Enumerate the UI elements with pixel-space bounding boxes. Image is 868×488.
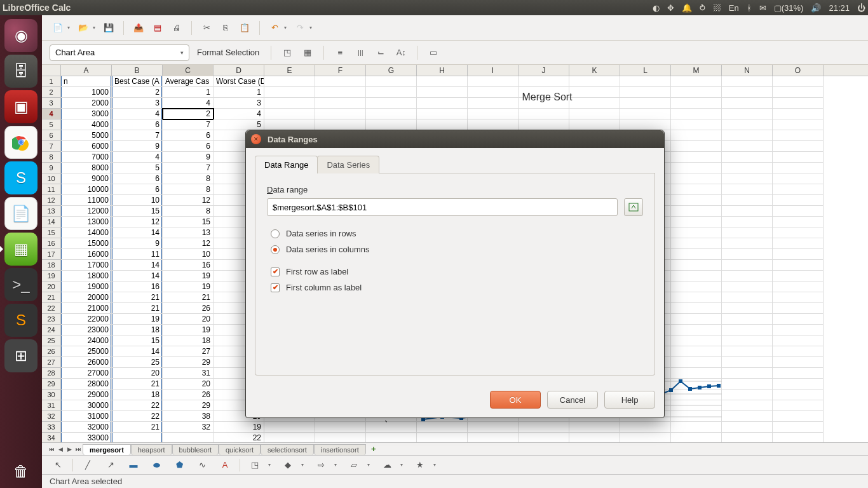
ok-button[interactable]: OK (490, 391, 541, 409)
radio-columns[interactable]: Data series in columns (271, 245, 643, 254)
help-button[interactable]: Help (604, 391, 655, 409)
svg-rect-36 (629, 203, 638, 211)
radio-rows-label: Data series in rows (286, 229, 356, 238)
tab-data-series[interactable]: Data Series (317, 156, 379, 173)
radio-cols-label: Data series in columns (286, 245, 370, 254)
radio-rows[interactable]: Data series in rows (271, 229, 643, 238)
check-first-column[interactable]: ✔ First column as label (271, 283, 643, 292)
check-first-row[interactable]: ✔ First row as label (271, 267, 643, 276)
checkbox-icon: ✔ (271, 268, 280, 276)
shrink-range-button[interactable] (624, 198, 643, 216)
check-first-col-label: First column as label (286, 283, 362, 292)
radio-icon (271, 245, 280, 254)
dialog-tabs: Data Range Data Series (255, 156, 655, 173)
data-range-input[interactable] (267, 198, 618, 216)
cancel-button[interactable]: Cancel (547, 391, 598, 409)
radio-icon (271, 229, 280, 238)
dialog-titlebar[interactable]: ✕ Data Ranges (246, 130, 664, 148)
data-ranges-dialog: ✕ Data Ranges Data Range Data Series Dat… (245, 130, 665, 418)
modal-overlay: ✕ Data Ranges Data Range Data Series Dat… (0, 0, 868, 488)
close-icon[interactable]: ✕ (251, 134, 261, 144)
data-range-label: Data range (267, 185, 643, 194)
check-first-row-label: First row as label (286, 267, 348, 276)
checkbox-icon: ✔ (271, 283, 280, 292)
tab-data-range[interactable]: Data Range (255, 156, 318, 173)
dialog-title: Data Ranges (268, 135, 318, 144)
